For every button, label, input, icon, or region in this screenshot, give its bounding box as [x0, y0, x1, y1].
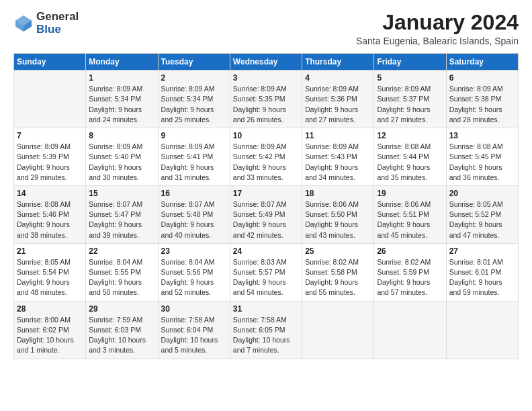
- calendar-week-row: 7Sunrise: 8:09 AMSunset: 5:39 PMDaylight…: [14, 128, 519, 186]
- table-row: 26Sunrise: 8:02 AMSunset: 5:59 PMDayligh…: [374, 243, 446, 301]
- day-info: Sunrise: 8:09 AMSunset: 5:43 PMDaylight:…: [305, 142, 371, 183]
- day-info: Sunrise: 8:04 AMSunset: 5:55 PMDaylight:…: [89, 257, 154, 298]
- table-row: 1Sunrise: 8:09 AMSunset: 5:34 PMDaylight…: [86, 71, 158, 128]
- day-info: Sunrise: 8:02 AMSunset: 5:58 PMDaylight:…: [305, 257, 371, 298]
- table-row: 17Sunrise: 8:07 AMSunset: 5:49 PMDayligh…: [230, 185, 302, 243]
- table-row: 11Sunrise: 8:09 AMSunset: 5:43 PMDayligh…: [302, 128, 374, 186]
- day-number: 29: [89, 304, 154, 314]
- day-info: Sunrise: 8:07 AMSunset: 5:49 PMDaylight:…: [233, 199, 299, 240]
- day-number: 14: [17, 189, 83, 198]
- table-row: [14, 71, 86, 128]
- day-info: Sunrise: 8:08 AMSunset: 5:44 PMDaylight:…: [377, 142, 443, 183]
- day-info: Sunrise: 8:08 AMSunset: 5:45 PMDaylight:…: [449, 142, 515, 183]
- day-info: Sunrise: 8:04 AMSunset: 5:56 PMDaylight:…: [161, 257, 227, 298]
- table-row: 30Sunrise: 7:58 AMSunset: 6:04 PMDayligh…: [158, 301, 230, 359]
- col-monday: Monday: [86, 54, 158, 71]
- day-number: 15: [89, 189, 154, 198]
- table-row: 23Sunrise: 8:04 AMSunset: 5:56 PMDayligh…: [158, 243, 230, 301]
- day-number: 10: [233, 131, 299, 140]
- day-info: Sunrise: 8:05 AMSunset: 5:54 PMDaylight:…: [17, 257, 83, 298]
- day-info: Sunrise: 7:59 AMSunset: 6:03 PMDaylight:…: [89, 315, 154, 356]
- col-sunday: Sunday: [14, 54, 86, 71]
- calendar-table: Sunday Monday Tuesday Wednesday Thursday…: [13, 53, 519, 359]
- logo-general: General: [36, 11, 79, 24]
- day-info: Sunrise: 8:03 AMSunset: 5:57 PMDaylight:…: [233, 257, 299, 298]
- col-friday: Friday: [374, 54, 446, 71]
- table-row: 10Sunrise: 8:09 AMSunset: 5:42 PMDayligh…: [230, 128, 302, 186]
- day-number: 21: [17, 246, 83, 256]
- day-number: 7: [17, 131, 83, 140]
- day-number: 17: [233, 189, 299, 198]
- table-row: 25Sunrise: 8:02 AMSunset: 5:58 PMDayligh…: [302, 243, 374, 301]
- day-number: 23: [161, 246, 227, 256]
- calendar-week-row: 14Sunrise: 8:08 AMSunset: 5:46 PMDayligh…: [14, 185, 519, 243]
- day-info: Sunrise: 8:09 AMSunset: 5:34 PMDaylight:…: [89, 84, 154, 125]
- table-row: [302, 301, 374, 359]
- table-row: 27Sunrise: 8:01 AMSunset: 6:01 PMDayligh…: [446, 243, 518, 301]
- table-row: 15Sunrise: 8:07 AMSunset: 5:47 PMDayligh…: [86, 185, 158, 243]
- table-row: 7Sunrise: 8:09 AMSunset: 5:39 PMDaylight…: [14, 128, 86, 186]
- day-info: Sunrise: 8:05 AMSunset: 5:52 PMDaylight:…: [449, 199, 515, 240]
- logo-icon: [13, 13, 34, 34]
- day-info: Sunrise: 8:09 AMSunset: 5:42 PMDaylight:…: [233, 142, 299, 183]
- logo-text: General Blue: [36, 11, 79, 36]
- table-row: 29Sunrise: 7:59 AMSunset: 6:03 PMDayligh…: [86, 301, 158, 359]
- col-tuesday: Tuesday: [158, 54, 230, 71]
- day-info: Sunrise: 8:08 AMSunset: 5:46 PMDaylight:…: [17, 199, 83, 240]
- logo: General Blue: [13, 11, 79, 36]
- table-row: 3Sunrise: 8:09 AMSunset: 5:35 PMDaylight…: [230, 71, 302, 128]
- day-info: Sunrise: 8:07 AMSunset: 5:47 PMDaylight:…: [89, 199, 154, 240]
- day-number: 16: [161, 189, 227, 198]
- day-info: Sunrise: 7:58 AMSunset: 6:05 PMDaylight:…: [233, 315, 299, 356]
- table-row: 19Sunrise: 8:06 AMSunset: 5:51 PMDayligh…: [374, 185, 446, 243]
- table-row: [446, 301, 518, 359]
- day-info: Sunrise: 8:06 AMSunset: 5:50 PMDaylight:…: [305, 199, 371, 240]
- day-number: 18: [305, 189, 371, 198]
- day-info: Sunrise: 7:58 AMSunset: 6:04 PMDaylight:…: [161, 315, 227, 356]
- day-info: Sunrise: 8:06 AMSunset: 5:51 PMDaylight:…: [377, 199, 443, 240]
- table-row: 6Sunrise: 8:09 AMSunset: 5:38 PMDaylight…: [446, 71, 518, 128]
- title-block: January 2024 Santa Eugenia, Balearic Isl…: [356, 11, 519, 46]
- table-row: 31Sunrise: 7:58 AMSunset: 6:05 PMDayligh…: [230, 301, 302, 359]
- logo-blue: Blue: [36, 24, 79, 36]
- table-row: 22Sunrise: 8:04 AMSunset: 5:55 PMDayligh…: [86, 243, 158, 301]
- calendar-week-row: 28Sunrise: 8:00 AMSunset: 6:02 PMDayligh…: [14, 301, 519, 359]
- table-row: 4Sunrise: 8:09 AMSunset: 5:36 PMDaylight…: [302, 71, 374, 128]
- day-number: 19: [377, 189, 443, 198]
- day-number: 4: [305, 73, 371, 83]
- month-title: January 2024: [356, 11, 519, 34]
- calendar-header-row: Sunday Monday Tuesday Wednesday Thursday…: [14, 54, 519, 71]
- day-info: Sunrise: 8:09 AMSunset: 5:40 PMDaylight:…: [89, 142, 154, 183]
- table-row: 13Sunrise: 8:08 AMSunset: 5:45 PMDayligh…: [446, 128, 518, 186]
- col-thursday: Thursday: [302, 54, 374, 71]
- table-row: 9Sunrise: 8:09 AMSunset: 5:41 PMDaylight…: [158, 128, 230, 186]
- day-number: 8: [89, 131, 154, 140]
- table-row: 21Sunrise: 8:05 AMSunset: 5:54 PMDayligh…: [14, 243, 86, 301]
- day-number: 9: [161, 131, 227, 140]
- day-info: Sunrise: 8:09 AMSunset: 5:35 PMDaylight:…: [233, 84, 299, 125]
- col-saturday: Saturday: [446, 54, 518, 71]
- day-number: 20: [449, 189, 515, 198]
- page-container: General Blue January 2024 Santa Eugenia,…: [0, 0, 532, 366]
- day-info: Sunrise: 8:09 AMSunset: 5:34 PMDaylight:…: [161, 84, 227, 125]
- day-info: Sunrise: 8:09 AMSunset: 5:36 PMDaylight:…: [305, 84, 371, 125]
- location-subtitle: Santa Eugenia, Balearic Islands, Spain: [356, 36, 519, 46]
- table-row: 12Sunrise: 8:08 AMSunset: 5:44 PMDayligh…: [374, 128, 446, 186]
- day-number: 13: [449, 131, 515, 140]
- day-info: Sunrise: 8:02 AMSunset: 5:59 PMDaylight:…: [377, 257, 443, 298]
- day-number: 27: [449, 246, 515, 256]
- day-number: 22: [89, 246, 154, 256]
- day-info: Sunrise: 8:01 AMSunset: 6:01 PMDaylight:…: [449, 257, 515, 298]
- day-number: 26: [377, 246, 443, 256]
- day-number: 24: [233, 246, 299, 256]
- day-number: 30: [161, 304, 227, 314]
- day-info: Sunrise: 8:09 AMSunset: 5:37 PMDaylight:…: [377, 84, 443, 125]
- calendar-week-row: 1Sunrise: 8:09 AMSunset: 5:34 PMDaylight…: [14, 71, 519, 128]
- day-info: Sunrise: 8:09 AMSunset: 5:41 PMDaylight:…: [161, 142, 227, 183]
- day-info: Sunrise: 8:09 AMSunset: 5:39 PMDaylight:…: [17, 142, 83, 183]
- day-number: 5: [377, 73, 443, 83]
- header: General Blue January 2024 Santa Eugenia,…: [13, 11, 519, 46]
- day-number: 6: [449, 73, 515, 83]
- table-row: 18Sunrise: 8:06 AMSunset: 5:50 PMDayligh…: [302, 185, 374, 243]
- table-row: 2Sunrise: 8:09 AMSunset: 5:34 PMDaylight…: [158, 71, 230, 128]
